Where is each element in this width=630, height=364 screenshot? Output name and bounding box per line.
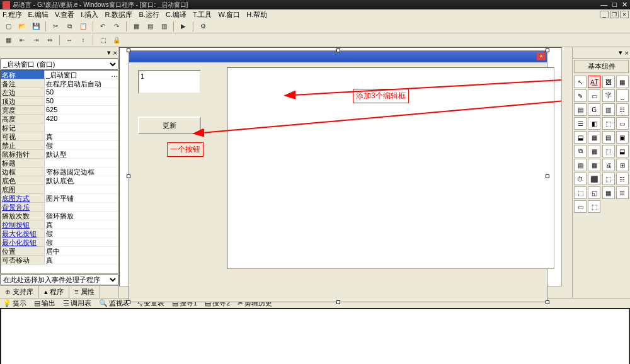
palette-item[interactable]: ☰ bbox=[574, 117, 587, 130]
prop-row[interactable]: 名称_启动窗口 … bbox=[1, 71, 118, 79]
maximize-button[interactable]: □ bbox=[612, 1, 617, 9]
palette-item[interactable]: ⎯ bbox=[616, 89, 629, 102]
palette-item[interactable]: ▦ bbox=[602, 186, 615, 199]
prop-row[interactable]: 底图 bbox=[1, 185, 118, 194]
palette-item[interactable]: ⧉ bbox=[574, 145, 587, 157]
align-left-button[interactable]: ⇤ bbox=[16, 35, 28, 46]
palette-item[interactable]: ▣ bbox=[616, 131, 629, 144]
tab-program[interactable]: ▴ 程序 bbox=[39, 286, 69, 298]
prop-row[interactable]: 边框窄标题固定边框 bbox=[1, 168, 118, 176]
palette-item[interactable]: ⬓ bbox=[616, 145, 629, 157]
prop-row[interactable]: 标记 bbox=[1, 123, 118, 132]
tile-button[interactable]: ▤ bbox=[144, 21, 156, 32]
prop-row[interactable]: 位置居中 bbox=[1, 247, 118, 256]
palette-item[interactable]: ⬚ bbox=[588, 200, 600, 213]
redo-button[interactable]: ↷ bbox=[111, 21, 122, 32]
align-center-button[interactable]: ⇔ bbox=[44, 35, 55, 46]
palette-item[interactable]: ▦ bbox=[588, 145, 600, 157]
prop-row[interactable]: 左边50 bbox=[1, 88, 118, 97]
prop-row[interactable]: 播放次数循环播放 bbox=[1, 212, 118, 220]
mdi-close[interactable]: × bbox=[620, 11, 629, 18]
minimize-button[interactable]: — bbox=[600, 1, 607, 9]
copy-button[interactable]: ⧉ bbox=[64, 21, 75, 32]
btab-watch[interactable]: 🔍 监视表 bbox=[99, 299, 130, 308]
menu-file[interactable]: F.程序 bbox=[3, 10, 22, 20]
palette-down-icon[interactable]: ▾ bbox=[619, 48, 622, 57]
property-grid[interactable]: 名称_启动窗口 …备注在程序启动后自动左边50顶边50宽度625高度420标记可… bbox=[0, 70, 118, 274]
panel-close-icon[interactable]: × bbox=[113, 49, 117, 57]
prop-row[interactable]: 备注在程序启动后自动 bbox=[1, 79, 118, 88]
prop-row[interactable]: 底色默认底色 bbox=[1, 176, 118, 185]
palette-item[interactable]: ⬛ bbox=[588, 173, 600, 185]
palette-item[interactable]: ▥ bbox=[602, 103, 615, 116]
palette-item[interactable]: ⬓ bbox=[574, 131, 587, 144]
palette-item[interactable]: ▦ bbox=[588, 131, 600, 144]
paste-button[interactable]: 📋 bbox=[77, 21, 89, 32]
palette-item[interactable]: 字 bbox=[602, 89, 615, 102]
form-designer[interactable]: × 1 更新 添加3个编辑框 一个按钮 bbox=[119, 47, 562, 287]
align-right-button[interactable]: ⇥ bbox=[30, 35, 42, 46]
prop-row[interactable]: 可否移动真 bbox=[1, 256, 118, 264]
undo-button[interactable]: ↶ bbox=[97, 21, 108, 32]
palette-item[interactable]: ▭ bbox=[588, 89, 600, 102]
spacing-h-button[interactable]: ↔ bbox=[64, 35, 75, 46]
palette-item[interactable]: A͟T bbox=[588, 76, 600, 88]
palette-item[interactable]: ⬚ bbox=[602, 145, 615, 157]
palette-item[interactable]: ▦ bbox=[616, 76, 629, 88]
menu-window[interactable]: W.窗口 bbox=[218, 10, 240, 20]
close-button[interactable]: ✕ bbox=[622, 1, 627, 9]
prop-row[interactable]: 鼠标指针默认型 bbox=[1, 150, 118, 159]
menu-insert[interactable]: I.插入 bbox=[81, 10, 98, 20]
palette-item[interactable]: ☷ bbox=[616, 103, 629, 116]
menu-compile[interactable]: C.编译 bbox=[166, 10, 186, 20]
palette-item[interactable]: ⬚ bbox=[602, 117, 615, 130]
palette-item[interactable]: ✎ bbox=[574, 89, 587, 102]
panel-down-icon[interactable]: ▾ bbox=[107, 48, 111, 57]
menu-run[interactable]: B.运行 bbox=[139, 10, 159, 20]
spacing-v-button[interactable]: ↕ bbox=[77, 35, 89, 46]
prop-row[interactable]: 顶边50 bbox=[1, 97, 118, 106]
align-button[interactable]: ▦ bbox=[3, 35, 14, 46]
palette-item[interactable]: ▤ bbox=[602, 131, 615, 144]
save-button[interactable]: 💾 bbox=[30, 21, 42, 32]
new-button[interactable]: ▢ bbox=[3, 21, 14, 32]
mdi-min[interactable]: _ bbox=[600, 11, 609, 18]
btab-calltable[interactable]: ☰ 调用表 bbox=[63, 299, 91, 308]
event-selector[interactable]: 在此处选择加入事件处理子程序 bbox=[0, 274, 118, 285]
prop-row[interactable]: 最大化按钮假 bbox=[1, 229, 118, 238]
mdi-restore[interactable]: ❐ bbox=[610, 11, 619, 18]
menu-edit[interactable]: E.编辑 bbox=[28, 10, 49, 20]
open-button[interactable]: 📂 bbox=[16, 21, 28, 32]
prop-row[interactable]: 可视真 bbox=[1, 132, 118, 141]
btab-output[interactable]: ▤ 输出 bbox=[34, 299, 55, 308]
run-button[interactable]: ▶ bbox=[178, 21, 189, 32]
menu-view[interactable]: V.查看 bbox=[55, 10, 74, 20]
palette-item[interactable]: ▭ bbox=[574, 200, 587, 213]
palette-item[interactable]: ▤ bbox=[574, 159, 587, 171]
palette-item[interactable]: 🖨 bbox=[602, 159, 615, 171]
palette-item[interactable]: ☰ bbox=[616, 186, 629, 199]
prop-row[interactable]: 背景音乐 bbox=[1, 203, 118, 212]
object-selector[interactable]: _启动窗口 (窗口) bbox=[0, 59, 118, 70]
palette-item[interactable]: ▦ bbox=[588, 159, 600, 171]
output-pane[interactable] bbox=[1, 309, 629, 364]
palette-item[interactable]: ◱ bbox=[588, 186, 600, 199]
palette-item[interactable]: ⬚ bbox=[602, 173, 615, 185]
palette-item[interactable]: ▭ bbox=[616, 117, 629, 130]
cascade-button[interactable]: ▥ bbox=[158, 21, 169, 32]
palette-item[interactable]: ↖ bbox=[574, 76, 587, 88]
palette-item[interactable]: ⊞ bbox=[616, 159, 629, 171]
palette-item[interactable]: 🖼 bbox=[602, 76, 615, 88]
palette-item[interactable]: ◧ bbox=[588, 117, 600, 130]
prop-row[interactable]: 控制按钮真 bbox=[1, 220, 118, 229]
lock-button[interactable]: 🔒 bbox=[111, 35, 122, 46]
btab-hint[interactable]: 💡 提示 bbox=[3, 299, 26, 308]
layout-button[interactable]: ▦ bbox=[130, 21, 142, 32]
prop-row[interactable]: 底图方式图片平铺 bbox=[1, 194, 118, 203]
menu-database[interactable]: R.数据库 bbox=[105, 10, 132, 20]
prop-row[interactable]: 标题 bbox=[1, 159, 118, 168]
menu-help[interactable]: H.帮助 bbox=[246, 10, 267, 20]
prop-row[interactable]: 宽度625 bbox=[1, 106, 118, 115]
prop-row[interactable]: 最小化按钮假 bbox=[1, 238, 118, 247]
tab-support-lib[interactable]: ⊕ 支持库 bbox=[0, 286, 39, 298]
